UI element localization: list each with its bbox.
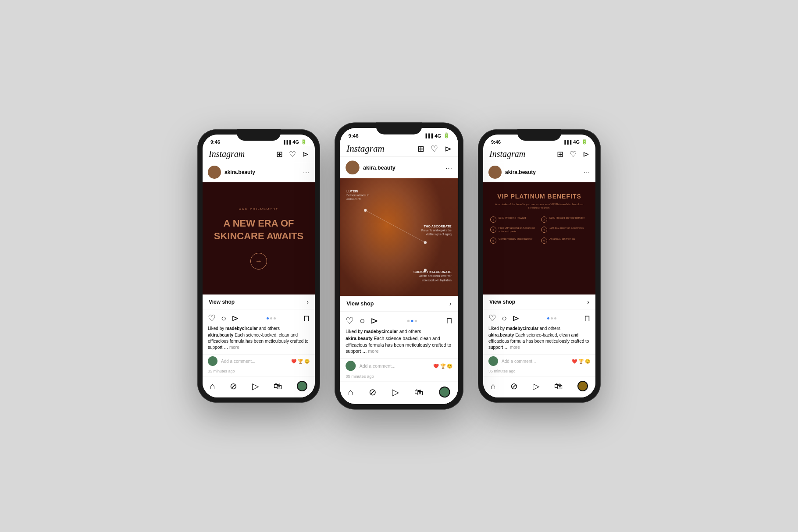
dot-2-left xyxy=(270,317,272,319)
ig-header-icons-middle[interactable]: ⊞ ♡ ⊳ xyxy=(417,143,452,153)
shop-icon-left[interactable]: 🛍 xyxy=(274,381,282,391)
ig-logo-left: Instagram xyxy=(209,149,245,159)
plus-square-icon-left[interactable]: ⊞ xyxy=(276,149,283,159)
more-dots-middle[interactable]: ··· xyxy=(445,164,452,171)
comment-emojis-right: ❤️ 🏆 😊 xyxy=(572,359,590,364)
view-shop-bar-left[interactable]: View shop › xyxy=(203,294,315,309)
time-ago-middle: 35 minutes ago xyxy=(340,373,458,382)
phone-inner-middle: 9:46 ▐▐▐ 4G 🔋 Instagram ⊞ ♡ ⊳ xyxy=(340,128,458,404)
nav-avatar-right[interactable] xyxy=(577,381,588,391)
scene: 9:46 ▐▐▐ 4G 🔋 Instagram ⊞ ♡ ⊳ xyxy=(171,103,627,429)
shop-icon-middle[interactable]: 🛍 xyxy=(414,387,424,397)
bottom-nav-middle: ⌂ ⊘ ▷ 🛍 xyxy=(340,382,458,404)
comment-avatar-left xyxy=(208,356,217,366)
reels-icon-left[interactable]: ▷ xyxy=(252,381,259,391)
post-user-left: akira.beauty xyxy=(208,166,255,179)
comment-avatar-right xyxy=(488,356,498,366)
comment-area-middle[interactable]: Add a comment... ❤️ 🏆 😊 xyxy=(340,358,458,373)
dots-indicator-right xyxy=(547,317,556,319)
liked-by-middle: Liked by madebycircular and others xyxy=(346,329,452,334)
time-left: 9:46 xyxy=(210,139,220,145)
time-middle: 9:46 xyxy=(349,133,359,138)
vip-item-5: 5 Complimentary store transfer xyxy=(490,237,538,244)
home-icon-left[interactable]: ⌂ xyxy=(210,381,215,391)
like-icon-left[interactable]: ♡ xyxy=(208,313,216,323)
ig-header-icons-left[interactable]: ⊞ ♡ ⊳ xyxy=(276,149,309,159)
vip-title: VIP PLATINUM BENEFITS xyxy=(497,193,581,200)
more-dots-right[interactable]: ··· xyxy=(584,169,590,176)
vip-subtitle: A reminder of the benefits you can acces… xyxy=(490,202,588,210)
view-shop-text-right: View shop xyxy=(489,299,515,305)
dots-indicator-middle xyxy=(407,319,417,322)
label-lutein: LUTEIN Delivers a boost inantioxidants xyxy=(346,189,369,202)
action-left-middle[interactable]: ♡ ○ ⊳ xyxy=(346,315,378,326)
notch-left xyxy=(237,129,281,141)
search-icon-middle[interactable]: ⊘ xyxy=(369,387,377,397)
comment-icon-middle[interactable]: ○ xyxy=(360,316,365,326)
comment-input-left[interactable]: Add a comment... xyxy=(221,359,288,364)
nav-avatar-left[interactable] xyxy=(297,381,307,391)
dot-1-middle xyxy=(407,319,410,322)
view-shop-bar-middle[interactable]: View shop › xyxy=(340,296,458,312)
search-icon-left[interactable]: ⊘ xyxy=(230,381,237,391)
comment-area-left[interactable]: Add a comment... ❤️ 🏆 😊 xyxy=(203,354,315,368)
battery-icon-middle: 🔋 xyxy=(443,133,450,139)
shop-icon-right[interactable]: 🛍 xyxy=(554,381,563,391)
bookmark-icon-middle[interactable]: ⊓ xyxy=(446,316,452,326)
more-dots-left[interactable]: ··· xyxy=(303,169,310,176)
vip-num-3: 3 xyxy=(490,227,496,233)
label-sodium: SODIUM HYALURONATE Attract and binds wat… xyxy=(413,270,452,282)
send-icon-left[interactable]: ⊳ xyxy=(302,149,309,159)
vip-item-1: 1 $100 Welcome Reward xyxy=(490,216,538,223)
phone-inner-left: 9:46 ▐▐▐ 4G 🔋 Instagram ⊞ ♡ ⊳ xyxy=(203,135,315,397)
heart-icon-right[interactable]: ♡ xyxy=(570,149,577,159)
vip-grid: 1 $100 Welcome Reward 2 $100 Reward on y… xyxy=(490,216,588,244)
post-header-right: akira.beauty ··· xyxy=(483,162,595,182)
ig-logo-middle: Instagram xyxy=(346,143,384,154)
comment-icon-left[interactable]: ○ xyxy=(221,313,226,323)
vip-num-2: 2 xyxy=(541,216,547,223)
plus-square-icon-right[interactable]: ⊞ xyxy=(557,149,563,159)
like-icon-middle[interactable]: ♡ xyxy=(346,315,354,326)
vip-text-4: 100-day expiry on all rewards xyxy=(549,226,584,230)
home-icon-right[interactable]: ⌂ xyxy=(491,381,496,391)
send-icon-middle[interactable]: ⊳ xyxy=(445,143,452,153)
ig-header-icons-right[interactable]: ⊞ ♡ ⊳ xyxy=(557,149,589,159)
nav-avatar-middle[interactable] xyxy=(439,387,450,397)
action-left-left[interactable]: ♡ ○ ⊳ xyxy=(208,313,239,323)
bookmark-icon-left[interactable]: ⊓ xyxy=(303,313,310,323)
ig-header-right: Instagram ⊞ ♡ ⊳ xyxy=(483,146,595,162)
dot-2-middle xyxy=(411,319,413,322)
like-icon-right[interactable]: ♡ xyxy=(488,313,496,323)
vip-num-1: 1 xyxy=(490,216,496,223)
share-icon-left[interactable]: ⊳ xyxy=(232,313,239,323)
comment-icon-right[interactable]: ○ xyxy=(502,313,507,323)
network-left: 4G xyxy=(292,139,299,145)
share-icon-middle[interactable]: ⊳ xyxy=(370,315,378,326)
dot-3-left xyxy=(274,317,276,319)
comment-area-right[interactable]: Add a comment... ❤️ 🏆 😊 xyxy=(483,354,595,368)
circle-arrow-left[interactable]: → xyxy=(250,253,267,270)
heart-icon-left[interactable]: ♡ xyxy=(289,149,296,159)
view-shop-bar-right[interactable]: View shop › xyxy=(483,294,595,309)
home-icon-middle[interactable]: ⌂ xyxy=(348,387,353,397)
action-row-middle: ♡ ○ ⊳ ⊓ xyxy=(346,315,452,326)
action-left-right[interactable]: ♡ ○ ⊳ xyxy=(488,313,520,323)
ig-header-middle: Instagram ⊞ ♡ ⊳ xyxy=(340,140,458,157)
avatar-left xyxy=(208,166,221,179)
send-icon-right[interactable]: ⊳ xyxy=(583,149,589,159)
bookmark-icon-right[interactable]: ⊓ xyxy=(584,313,590,323)
search-icon-right[interactable]: ⊘ xyxy=(510,381,518,391)
share-icon-right[interactable]: ⊳ xyxy=(512,313,520,323)
comment-input-middle[interactable]: Add a comment... xyxy=(360,363,430,369)
status-right-middle: ▐▐▐ 4G 🔋 xyxy=(424,133,450,139)
post-actions-left: ♡ ○ ⊳ ⊓ Liked by madebycircular and othe… xyxy=(203,309,315,354)
reels-icon-middle[interactable]: ▷ xyxy=(392,387,399,397)
vip-text-1: $100 Welcome Reward xyxy=(499,216,526,220)
heart-icon-middle[interactable]: ♡ xyxy=(431,143,438,153)
post-user-middle: akira.beauty xyxy=(346,161,395,175)
reels-icon-right[interactable]: ▷ xyxy=(533,381,539,391)
plus-square-icon-middle[interactable]: ⊞ xyxy=(417,143,424,153)
time-ago-right: 35 minutes ago xyxy=(483,368,595,376)
comment-input-right[interactable]: Add a comment... xyxy=(502,359,568,364)
